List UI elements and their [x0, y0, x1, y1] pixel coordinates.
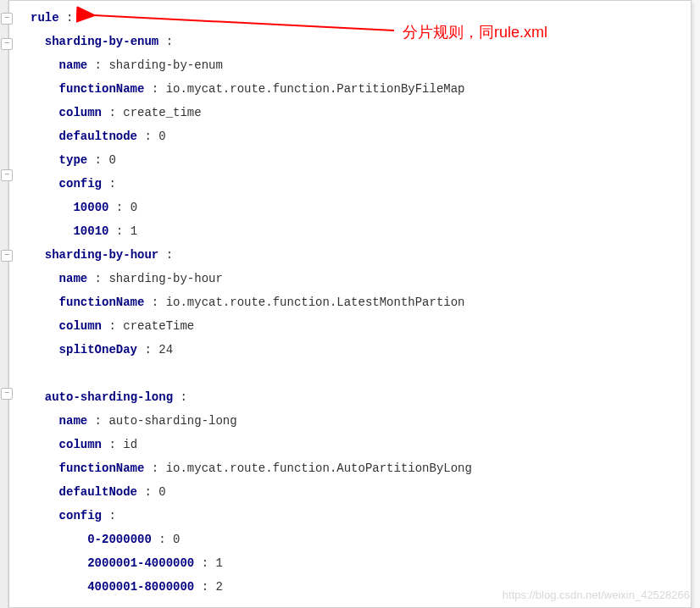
code-line: type : 0 [31, 148, 669, 172]
code-line [31, 362, 669, 385]
code-line: defaultNode : 0 [31, 480, 669, 504]
code-line: column : createTime [31, 314, 669, 338]
yaml-key: defaultnode [59, 130, 137, 143]
fold-marker[interactable]: − [1, 250, 13, 262]
code-line: name : sharding-by-hour [31, 267, 669, 290]
yaml-value: io.mycat.route.function.LatestMonthParti… [158, 296, 464, 309]
yaml-key: sharding-by-enum [45, 35, 158, 48]
code-line: config : [31, 172, 669, 196]
yaml-key: auto-sharding-long [45, 390, 173, 404]
fold-marker[interactable]: − [1, 38, 13, 50]
yaml-key: config [59, 509, 102, 522]
yaml-key: defaultNode [59, 485, 137, 499]
yaml-key: splitOneDay [59, 343, 137, 357]
code-line: 0-2000000 : 0 [31, 528, 669, 551]
yaml-key: functionName [59, 296, 145, 309]
code-block: rule : sharding-by-enum : name : shardin… [8, 0, 692, 608]
yaml-key: functionName [59, 82, 145, 96]
code-line: column : id [31, 433, 669, 456]
yaml-value: 0 [152, 485, 166, 499]
yaml-value: createTime [116, 319, 194, 333]
code-line: functionName : io.mycat.route.function.L… [31, 290, 669, 314]
yaml-value: 2 [208, 580, 223, 594]
yaml-key: name [59, 58, 88, 72]
yaml-key: rule [31, 11, 59, 25]
code-line: defaultnode : 0 [31, 124, 669, 148]
yaml-key: column [59, 106, 102, 119]
yaml-key: config [59, 177, 102, 191]
watermark: https://blog.csdn.net/weixin_42528266 [503, 589, 690, 601]
yaml-value: sharding-by-hour [102, 272, 223, 285]
yaml-key: 4000001-8000000 [87, 580, 194, 594]
gutter [0, 0, 8, 608]
fold-marker[interactable]: − [1, 169, 13, 181]
yaml-value: 0 [102, 153, 116, 167]
yaml-key: sharding-by-hour [45, 248, 158, 262]
yaml-key: 2000001-4000000 [87, 556, 194, 570]
yaml-value: sharding-by-enum [102, 58, 223, 72]
yaml-key: column [59, 438, 102, 451]
fold-marker[interactable]: − [1, 13, 13, 25]
yaml-key: type [59, 153, 88, 167]
code-line: 10000 : 0 [31, 196, 669, 219]
yaml-value: 0 [152, 130, 166, 143]
fold-marker[interactable]: − [1, 388, 13, 400]
code-line: name : sharding-by-enum [31, 53, 669, 77]
yaml-value: io.mycat.route.function.PartitionByFileM… [158, 82, 464, 96]
yaml-value: 24 [152, 343, 173, 357]
code-line: 2000001-4000000 : 1 [31, 551, 669, 575]
yaml-value: 0 [123, 201, 137, 214]
code-line: column : create_time [31, 101, 669, 124]
code-line: splitOneDay : 24 [31, 338, 669, 362]
yaml-key: 0-2000000 [87, 533, 152, 546]
yaml-value: 1 [208, 556, 223, 570]
yaml-key: 10000 [73, 201, 108, 214]
code-line: name : auto-sharding-long [31, 409, 669, 433]
annotation-text: 分片规则，同rule.xml [403, 22, 547, 42]
code-line: 10010 : 1 [31, 219, 669, 243]
yaml-value: 0 [166, 533, 181, 546]
yaml-value: create_time [116, 106, 202, 119]
yaml-value: id [116, 438, 137, 451]
code-line: functionName : io.mycat.route.function.A… [31, 456, 669, 480]
code-line: sharding-by-hour : [31, 243, 669, 267]
code-line: sharding-by-enum : [31, 30, 669, 53]
yaml-key: name [59, 414, 88, 428]
yaml-value: io.mycat.route.function.AutoPartitionByL… [158, 462, 472, 475]
yaml-key: 10010 [73, 224, 108, 238]
code-line: config : [31, 504, 669, 528]
yaml-key: functionName [59, 462, 145, 475]
yaml-value: auto-sharding-long [102, 414, 237, 428]
code-line: rule : [31, 6, 669, 30]
yaml-key: name [59, 272, 88, 285]
yaml-value: 1 [123, 224, 137, 238]
code-line: auto-sharding-long : [31, 385, 669, 409]
yaml-key: column [59, 319, 102, 333]
code-line: functionName : io.mycat.route.function.P… [31, 77, 669, 101]
